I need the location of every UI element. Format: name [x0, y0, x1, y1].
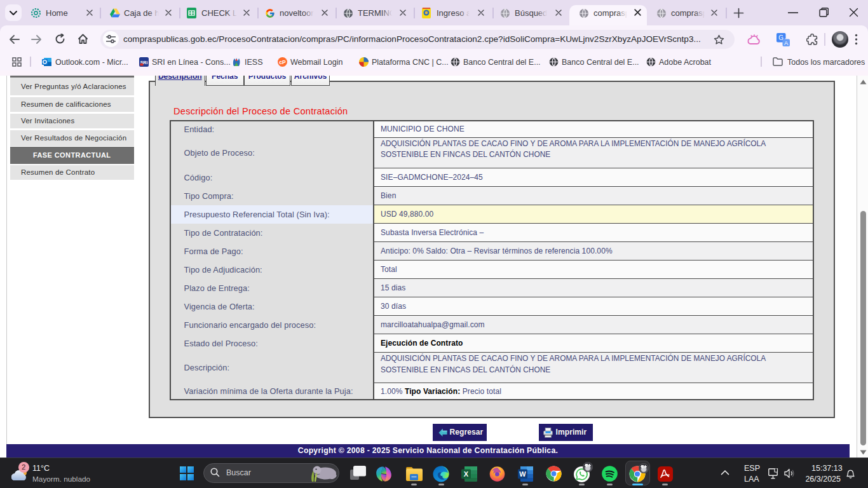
- svg-text:cP: cP: [279, 59, 286, 65]
- svg-text:X: X: [464, 470, 469, 478]
- svg-text:W: W: [519, 470, 526, 478]
- svg-text:A: A: [784, 39, 789, 46]
